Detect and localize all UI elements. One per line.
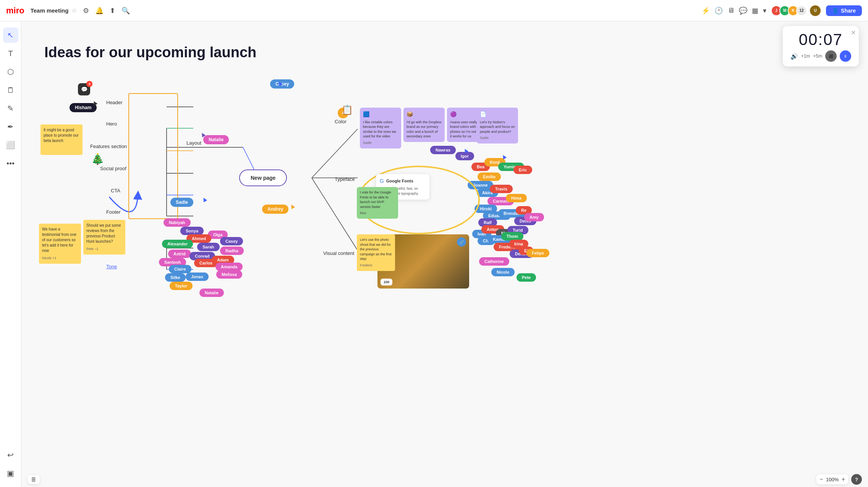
screen-icon[interactable]: 🖥 <box>727 6 734 15</box>
topbar-icons: ⚙ 🔔 ⬆ 🔍 <box>83 6 130 15</box>
layers-toggle[interactable]: ▣ <box>3 466 18 481</box>
board-title[interactable]: Team meeting <box>31 7 69 14</box>
user-avatar[interactable]: U <box>809 5 821 17</box>
person-nicole[interactable]: Nicole <box>491 268 515 276</box>
timer-skip1[interactable]: +1m <box>801 53 810 59</box>
notifications-icon[interactable]: 🔔 <box>95 6 104 15</box>
timer-pause-button[interactable]: ⏸ <box>840 50 851 62</box>
layout-label: Layout <box>186 140 201 146</box>
header-label: Header <box>106 100 123 105</box>
typeface-label: Typeface <box>335 176 355 182</box>
text-tool[interactable]: T <box>3 46 18 61</box>
pages-button[interactable]: ☰ <box>28 475 40 484</box>
sticky-google-fonts-vote[interactable]: I vote for the Google Fonts to be able t… <box>357 187 398 219</box>
bottom-bar: ☰ − 100% + ? <box>21 472 868 487</box>
lightning-icon[interactable]: ⚡ <box>701 6 710 15</box>
bottom-right: − 100% + ? <box>816 474 862 485</box>
person-felipe[interactable]: Felipe <box>526 249 549 257</box>
chat-icon[interactable]: 💬 <box>739 6 747 15</box>
timer-stop-button[interactable]: ⬛ <box>825 50 837 62</box>
zoom-controls: − 100% + <box>816 474 848 484</box>
sticky-note-testimonial[interactable]: We have a testimonial from one of our cu… <box>39 224 81 264</box>
grid-icon[interactable]: ▦ <box>752 6 758 15</box>
person-casey-mid[interactable]: Casey <box>220 237 243 245</box>
svg-line-11 <box>312 178 358 250</box>
sticky-airtable[interactable]: 🟦 I like Airtable colors because they ar… <box>360 108 401 148</box>
share-button[interactable]: 👤 Share <box>826 5 862 16</box>
person-natalie-bot[interactable]: Natalie <box>199 289 224 297</box>
person-astrid[interactable]: Astrid <box>168 250 191 258</box>
tone-label[interactable]: Tone <box>106 264 117 269</box>
avatar-count[interactable]: 12 <box>796 5 807 16</box>
footer-label: Footer <box>106 209 121 215</box>
person-taylor[interactable]: Taylor <box>170 282 193 290</box>
person-travis[interactable]: Travis <box>490 185 513 193</box>
zoom-in-button[interactable]: + <box>842 476 845 483</box>
draw-tool[interactable]: ✎ <box>3 101 18 116</box>
bottom-left: ☰ <box>28 475 40 484</box>
person-jonas[interactable]: Jonas <box>186 273 209 281</box>
avatar-group[interactable]: J M K 12 <box>771 5 807 16</box>
cursor-sadie: ▲ <box>199 194 209 205</box>
timer-close-button[interactable]: ✕ <box>851 29 856 36</box>
person-carlos[interactable]: Carlos <box>194 259 218 267</box>
person-catherine[interactable]: Catherine <box>479 257 509 266</box>
undo-tool[interactable]: ↩ <box>3 447 18 463</box>
more-tools[interactable]: ••• <box>3 156 18 171</box>
person-amanda[interactable]: Amanda <box>215 263 243 271</box>
timer-sound-icon[interactable]: 🔊 <box>790 53 798 60</box>
sticky-note-beta[interactable]: It might be a good place to promote our … <box>40 124 83 155</box>
canvas[interactable]: Ideas for our upcoming launch Header Her… <box>21 21 868 487</box>
app-logo: miro <box>6 6 24 16</box>
sticky-note-reviews[interactable]: Should we put some reviews from the prev… <box>83 220 125 255</box>
sticky-tool[interactable]: 🗒 <box>3 82 18 98</box>
sticky-dropbox[interactable]: 📦 I'd go with the Dropbox brand as our p… <box>403 108 445 142</box>
cursor-andrey: ▲ <box>287 201 297 211</box>
cursor-tool[interactable]: ↖ <box>3 27 18 43</box>
person-joanne[interactable]: Joanne <box>468 181 493 189</box>
board-heading: Ideas for our upcoming launch <box>44 44 256 61</box>
frame-tool[interactable]: ⬜ <box>3 137 18 153</box>
person-alexander[interactable]: Alexander <box>162 240 193 248</box>
sticky-photo[interactable]: Let's use the photo shoot that we did fo… <box>357 234 395 271</box>
miro-emoji: 🎄 <box>91 153 104 165</box>
person-eric[interactable]: Eric <box>513 166 532 174</box>
sticky-notion[interactable]: 📄 Let's try Notion's approach and focus … <box>477 108 518 144</box>
svg-line-9 <box>312 129 358 178</box>
person-andrey[interactable]: Andrey <box>262 205 288 214</box>
visual-content-label: Visual content <box>323 250 354 256</box>
color-label: Color <box>335 119 347 124</box>
zoom-level-display[interactable]: 100% <box>825 477 840 482</box>
chevron-down-icon[interactable]: ▾ <box>763 6 766 15</box>
person-claire[interactable]: Claire <box>169 265 191 273</box>
person-thom[interactable]: Thom <box>501 232 523 240</box>
help-button[interactable]: ? <box>851 474 862 485</box>
cta-label: CTA <box>111 188 120 194</box>
search-icon[interactable]: 🔍 <box>121 6 130 15</box>
person-nabiyah[interactable]: Nabiyah <box>164 218 191 227</box>
left-toolbar: ↖ T ⬡ 🗒 ✎ ✒ ⬜ ••• ↩ ▣ <box>0 21 21 487</box>
person-silke[interactable]: Silke <box>165 273 186 282</box>
upload-icon[interactable]: ⬆ <box>110 6 115 15</box>
timer-skip2[interactable]: +5m <box>813 53 822 59</box>
person-radha[interactable]: Radha <box>220 247 244 255</box>
shapes-tool[interactable]: ⬡ <box>3 64 18 79</box>
person-melissa[interactable]: Melissa <box>216 270 242 279</box>
note-icon: 📋 <box>342 105 353 115</box>
person-hima[interactable]: Hima <box>506 194 527 202</box>
comment-bubble[interactable]: 💬 3 <box>78 83 90 95</box>
pen-tool[interactable]: ✒ <box>3 119 18 134</box>
topbar-right: ⚡ 🕐 🖥 💬 ▦ ▾ J M K 12 U 👤 Share <box>701 5 862 17</box>
zoom-out-button[interactable]: − <box>819 476 823 483</box>
timer-icon[interactable]: 🕐 <box>714 6 723 15</box>
person-sarah[interactable]: Sarah <box>197 243 220 251</box>
settings-icon[interactable]: ⚙ <box>83 6 89 15</box>
center-node[interactable]: New page <box>239 169 287 186</box>
person-pete[interactable]: Pete <box>517 273 536 282</box>
favorite-icon[interactable]: ☆ <box>71 7 77 14</box>
person-sonya[interactable]: Sonya <box>180 227 204 235</box>
person-emilio[interactable]: Emilio <box>478 173 501 181</box>
person-amy[interactable]: Amy <box>524 213 544 221</box>
person-nawras[interactable]: Nawras <box>430 146 456 154</box>
person-sadie[interactable]: Sadie <box>170 198 193 207</box>
